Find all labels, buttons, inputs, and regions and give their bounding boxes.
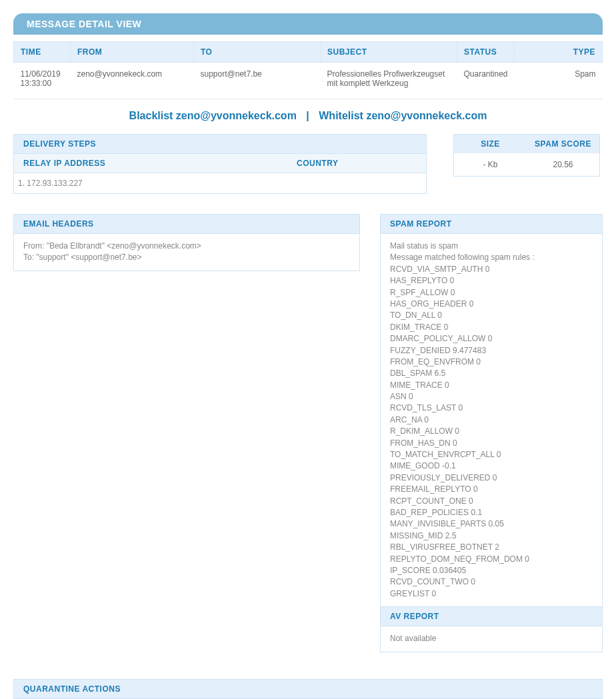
spam-rule: BAD_REP_POLICIES 0.1 [390, 507, 593, 518]
spam-rule: ARC_NA 0 [390, 414, 593, 426]
cell-status: Quarantined [457, 63, 515, 99]
cell-time: 11/06/2019 13:33:00 [14, 63, 71, 99]
size-label: SIZE [454, 135, 527, 153]
spam-rule: REPLYTO_DOM_NEQ_FROM_DOM 0 [390, 554, 593, 565]
country-label: COUNTRY [297, 159, 417, 168]
spam-rule: RCVD_VIA_SMTP_AUTH 0 [390, 264, 593, 275]
spam-rule: FROM_EQ_ENVFROM 0 [390, 356, 593, 368]
quarantine-actions-panel: QUARANTINE ACTIONS Time remaining before… [13, 679, 603, 700]
quarantine-actions-title: QUARANTINE ACTIONS [14, 680, 602, 699]
col-status: STATUS [457, 42, 515, 63]
header-from: From: "Beda Ellbrandt" <zeno@yvonnekeck.… [23, 241, 350, 252]
cell-type: Spam [515, 63, 603, 99]
blacklist-whitelist-links: Blacklist zeno@yvonnekeck.com | Whitelis… [13, 110, 603, 122]
spam-score-label: SPAM SCORE [527, 135, 599, 153]
score-panel: SIZE SPAM SCORE - Kb 20.56 [453, 134, 600, 177]
blacklist-link[interactable]: Blacklist zeno@yvonnekeck.com [129, 110, 297, 121]
spam-score-value: 20.56 [527, 153, 599, 176]
spam-rule: GREYLIST 0 [390, 588, 593, 600]
spam-rule: DBL_SPAM 6.5 [390, 368, 593, 379]
delivery-steps-panel: DELIVERY STEPS RELAY IP ADDRESS COUNTRY … [13, 134, 427, 194]
col-type: TYPE [515, 42, 603, 63]
spam-rule: HAS_REPLYTO 0 [390, 275, 593, 287]
spam-rule: ASN 0 [390, 391, 593, 402]
relay-entry: 1. 172.93.133.227 [14, 173, 426, 193]
spam-rule: TO_MATCH_ENVRCPT_ALL 0 [390, 449, 593, 460]
spam-matched: Message matched following spam rules : [390, 252, 593, 263]
spam-rule: PREVIOUSLY_DELIVERED 0 [390, 472, 593, 484]
av-report-body: Not available [381, 626, 602, 651]
av-report-panel: AV REPORT Not available [380, 607, 603, 652]
spam-rule: RCVD_TLS_LAST 0 [390, 402, 593, 414]
cell-subject: Professionelles Profiwerkzeugset mit kom… [321, 63, 457, 99]
message-table: TIME FROM TO SUBJECT STATUS TYPE 11/06/2… [13, 41, 603, 99]
spam-rule: RCVD_COUNT_TWO 0 [390, 576, 593, 588]
spam-report-title: SPAM REPORT [381, 215, 602, 234]
col-time: TIME [14, 42, 71, 63]
col-to: TO [194, 42, 321, 63]
email-headers-panel: EMAIL HEADERS From: "Beda Ellbrandt" <ze… [13, 214, 360, 271]
cell-to: support@net7.be [194, 63, 321, 99]
col-subject: SUBJECT [321, 42, 457, 63]
spam-rule: IP_SCORE 0.036405 [390, 565, 593, 576]
spam-rule: FUZZY_DENIED 9.477483 [390, 345, 593, 356]
spam-rule: HAS_ORG_HEADER 0 [390, 299, 593, 310]
email-headers-title: EMAIL HEADERS [14, 215, 359, 234]
cell-from: zeno@yvonnekeck.com [71, 63, 194, 99]
spam-rule: RCPT_COUNT_ONE 0 [390, 496, 593, 507]
header-to: To: "support" <support@net7.be> [23, 252, 350, 263]
col-from: FROM [71, 42, 194, 63]
spam-rules-list: RCVD_VIA_SMTP_AUTH 0HAS_REPLYTO 0R_SPF_A… [390, 264, 593, 600]
table-row: 11/06/2019 13:33:00 zeno@yvonnekeck.com … [14, 63, 603, 99]
size-value: - Kb [454, 153, 527, 176]
spam-rule: R_SPF_ALLOW 0 [390, 287, 593, 299]
delivery-steps-title: DELIVERY STEPS [14, 135, 426, 154]
spam-rule: MIME_TRACE 0 [390, 380, 593, 391]
relay-ip-label: RELAY IP ADDRESS [23, 159, 297, 168]
page-title: MESSAGE DETAIL VIEW [13, 13, 603, 35]
spam-rule: FREEMAIL_REPLYTO 0 [390, 484, 593, 495]
spam-rule: DMARC_POLICY_ALLOW 0 [390, 333, 593, 345]
spam-rule: MISSING_MID 2.5 [390, 530, 593, 542]
spam-rule: MIME_GOOD -0.1 [390, 460, 593, 472]
spam-rule: RBL_VIRUSFREE_BOTNET 2 [390, 542, 593, 553]
spam-rule: FROM_HAS_DN 0 [390, 438, 593, 449]
whitelist-link[interactable]: Whitelist zeno@yvonnekeck.com [319, 110, 487, 121]
spam-rule: TO_DN_ALL 0 [390, 310, 593, 321]
spam-report-panel: SPAM REPORT Mail status is spam Message … [380, 214, 603, 607]
spam-rule: MANY_INVISIBLE_PARTS 0.05 [390, 518, 593, 530]
av-report-title: AV REPORT [381, 607, 602, 626]
spam-rule: R_DKIM_ALLOW 0 [390, 426, 593, 437]
bw-separator: | [306, 110, 309, 121]
spam-rule: DKIM_TRACE 0 [390, 322, 593, 333]
spam-status: Mail status is spam [390, 241, 593, 252]
